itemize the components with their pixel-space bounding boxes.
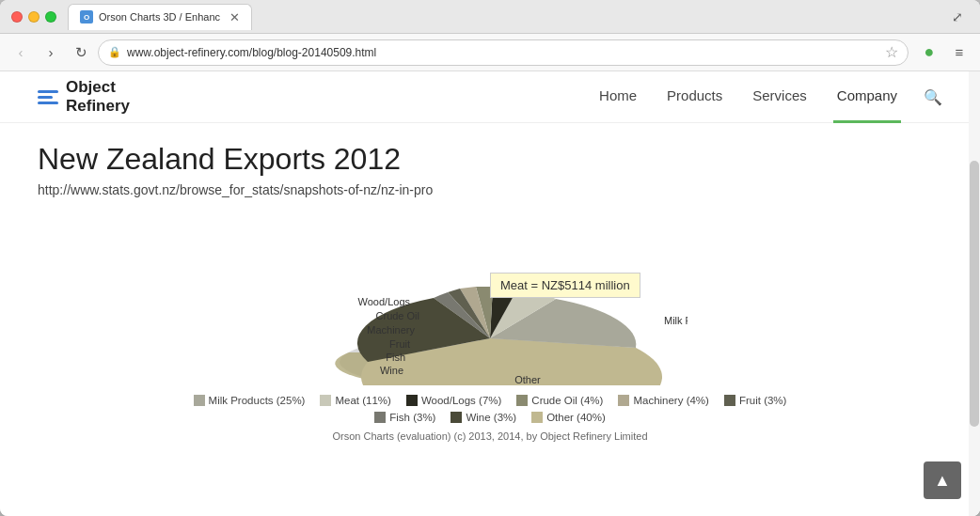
legend-item-other: Other (40%): [531, 412, 606, 423]
menu-icon[interactable]: ≡: [946, 39, 972, 66]
nav-extras: ● ≡: [916, 39, 972, 66]
titlebar: O Orson Charts 3D / Enhanc ✕ ⤢: [0, 0, 980, 34]
scroll-top-button[interactable]: ▲: [924, 461, 961, 499]
nav-item-home[interactable]: Home: [595, 71, 640, 123]
svg-text:Wood/Logs: Wood/Logs: [358, 296, 411, 307]
site-logo: Object Refinery: [38, 78, 130, 117]
bookmark-icon[interactable]: ☆: [885, 43, 898, 61]
svg-text:Crude Oil: Crude Oil: [376, 310, 419, 321]
logo-line-2: [38, 96, 53, 99]
legend-item-meat: Meat (11%): [320, 395, 390, 406]
legend-label-machinery: Machinery (4%): [633, 395, 709, 406]
chart-attribution: Orson Charts (evaluation) (c) 2013, 2014…: [332, 430, 647, 442]
svg-text:Machinery: Machinery: [367, 324, 415, 336]
expand-icon[interactable]: ⤢: [946, 6, 969, 28]
logo-line-3: [38, 102, 58, 104]
site-nav-items: Home Products Services Company 🔍: [595, 71, 942, 123]
legend-label-crude: Crude Oil (4%): [531, 395, 603, 406]
chart-tooltip: Meat = NZ$5114 million: [490, 273, 640, 298]
page-title: New Zealand Exports 2012: [38, 142, 942, 177]
close-button[interactable]: [11, 11, 23, 23]
legend-label-other: Other (40%): [546, 412, 606, 423]
legend-swatch-crude: [516, 395, 528, 406]
browser-navbar: ‹ › ↻ 🔒 www.object-refinery.com/blog/blo…: [0, 34, 980, 71]
lock-icon: 🔒: [108, 46, 121, 58]
pie-chart-svg: Meat Milk Products Wood/Logs Crude Oil M…: [292, 216, 688, 385]
page-source-url: http://www.stats.govt.nz/browse_for_stat…: [38, 182, 942, 197]
page-content: Object Refinery Home Products Services C…: [0, 71, 980, 516]
legend-label-wine: Wine (3%): [466, 412, 516, 423]
logo-icon: [38, 90, 58, 104]
tab-label: Orson Charts 3D / Enhanc: [99, 11, 220, 23]
legend-item-crude: Crude Oil (4%): [516, 395, 603, 406]
legend-label-fish: Fish (3%): [389, 412, 435, 423]
window-controls: ⤢: [946, 6, 969, 28]
svg-text:Milk Products: Milk Products: [664, 315, 688, 326]
profile-icon[interactable]: ●: [916, 39, 942, 66]
legend-swatch-wine: [450, 412, 462, 423]
maximize-button[interactable]: [45, 11, 56, 23]
legend-item-wine: Wine (3%): [450, 412, 516, 423]
legend-swatch-milk: [194, 395, 205, 406]
legend-item-fruit: Fruit (3%): [724, 395, 786, 406]
tab-close-icon[interactable]: ✕: [229, 11, 240, 23]
reload-button[interactable]: ↻: [68, 39, 94, 66]
legend-swatch-fish: [374, 412, 386, 423]
logo-text: Object Refinery: [66, 78, 130, 117]
scrollbar-track: [969, 71, 980, 516]
legend-swatch-fruit: [724, 395, 735, 406]
back-button[interactable]: ‹: [8, 39, 34, 66]
legend-swatch-other: [531, 412, 543, 423]
legend-swatch-wood: [406, 395, 418, 406]
legend-swatch-meat: [320, 395, 331, 406]
chart-legend: Milk Products (25%) Meat (11%) Wood/Logs…: [161, 395, 819, 423]
svg-text:Fish: Fish: [386, 352, 405, 363]
pie-chart-container: Meat Milk Products Wood/Logs Crude Oil M…: [292, 216, 688, 385]
svg-text:Other: Other: [514, 374, 541, 385]
legend-label-wood: Wood/Logs (7%): [421, 395, 501, 406]
legend-label-fruit: Fruit (3%): [739, 395, 786, 406]
browser-tabs: O Orson Charts 3D / Enhanc ✕: [68, 4, 946, 30]
scrollbar-thumb[interactable]: [970, 161, 979, 428]
minimize-button[interactable]: [28, 11, 40, 23]
legend-item-fish: Fish (3%): [374, 412, 435, 423]
legend-swatch-machinery: [618, 395, 629, 406]
search-icon[interactable]: 🔍: [924, 88, 942, 106]
url-bar[interactable]: 🔒 www.object-refinery.com/blog/blog-2014…: [98, 39, 909, 66]
legend-item-wood: Wood/Logs (7%): [406, 395, 501, 406]
url-text: www.object-refinery.com/blog/blog-201405…: [127, 46, 879, 59]
logo-line-1: [38, 90, 58, 93]
legend-item-machinery: Machinery (4%): [618, 395, 709, 406]
browser-window: O Orson Charts 3D / Enhanc ✕ ⤢ ‹ › ↻ 🔒 w…: [0, 0, 980, 516]
chart-area: Meat Milk Products Wood/Logs Crude Oil M…: [38, 216, 942, 442]
legend-label-meat: Meat (11%): [335, 395, 390, 406]
nav-item-company[interactable]: Company: [833, 71, 901, 123]
forward-button[interactable]: ›: [38, 39, 64, 66]
page-body: New Zealand Exports 2012 http://www.stat…: [0, 123, 980, 516]
legend-label-milk: Milk Products (25%): [209, 395, 306, 406]
site-navbar: Object Refinery Home Products Services C…: [0, 71, 980, 123]
legend-item-milk: Milk Products (25%): [194, 395, 306, 406]
browser-tab[interactable]: O Orson Charts 3D / Enhanc ✕: [68, 4, 252, 30]
nav-item-products[interactable]: Products: [663, 71, 726, 123]
svg-text:Fruit: Fruit: [389, 338, 410, 350]
traffic-lights: [11, 11, 56, 23]
nav-item-services[interactable]: Services: [749, 71, 811, 123]
svg-text:Wine: Wine: [380, 365, 403, 376]
tab-favicon: O: [80, 10, 93, 23]
